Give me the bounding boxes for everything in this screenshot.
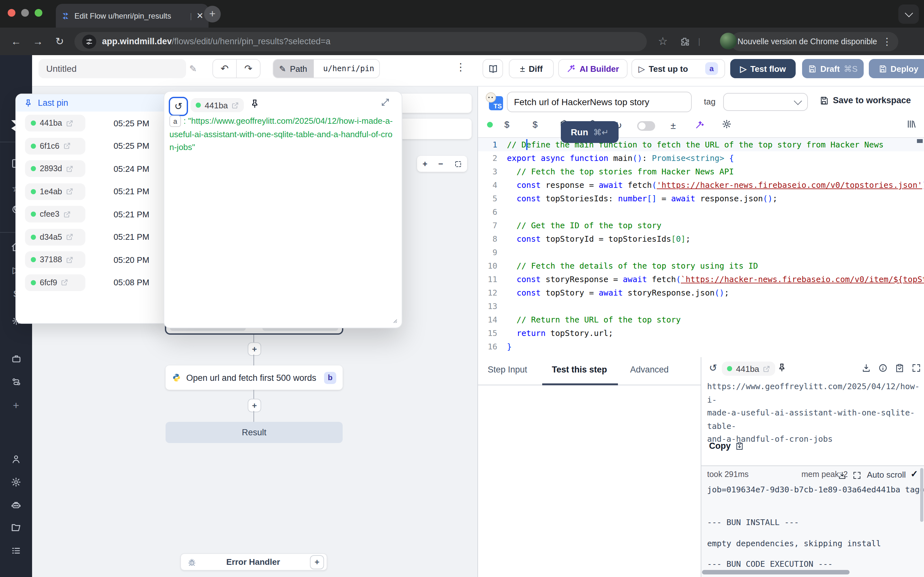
- forward-icon[interactable]: →: [27, 35, 49, 47]
- code-line[interactable]: 6: [478, 205, 924, 219]
- save-to-workspace-button[interactable]: Save to workspace: [819, 95, 911, 105]
- diff-mode-icon[interactable]: ±: [670, 120, 676, 131]
- job-id-pill[interactable]: d34a5: [25, 229, 86, 245]
- bookmark-star-icon[interactable]: ☆: [652, 35, 674, 48]
- code-line[interactable]: 17: [478, 353, 924, 357]
- tab-close-icon[interactable]: ✕: [196, 11, 204, 21]
- external-link-icon[interactable]: [63, 142, 70, 149]
- tag-dropdown[interactable]: [723, 93, 808, 111]
- docs-book-button[interactable]: [483, 59, 503, 78]
- new-tab-button[interactable]: +: [204, 6, 221, 23]
- pin-list-item[interactable]: d34a505:21 PM: [16, 229, 171, 245]
- expand-logs-icon[interactable]: [853, 471, 861, 480]
- code-line[interactable]: 10 // Fetch the details of the top story…: [478, 259, 924, 272]
- resources-icon[interactable]: $: [533, 119, 538, 129]
- sidebar-item-person-icon[interactable]: [0, 454, 32, 464]
- extensions-icon[interactable]: [674, 36, 696, 47]
- add-step-button[interactable]: +: [248, 399, 261, 412]
- chrome-update-button[interactable]: Nouvelle version de Chrome disponible ⋮: [731, 32, 898, 51]
- pin-list-item[interactable]: 6fcf905:08 PM: [16, 274, 171, 291]
- close-window-button[interactable]: [8, 9, 15, 17]
- pin-list-item[interactable]: 2893d05:24 PM: [16, 160, 171, 177]
- code-line[interactable]: 7 // Get the ID of the top story: [478, 219, 924, 232]
- pin-icon[interactable]: [777, 363, 787, 372]
- flow-node-partial[interactable]: [401, 93, 472, 113]
- sidebar-item-briefcase-icon[interactable]: [0, 354, 32, 364]
- code-line[interactable]: 14 // Return the URL of the top story: [478, 313, 924, 326]
- site-settings-icon[interactable]: [82, 34, 96, 48]
- external-link-icon[interactable]: [763, 365, 770, 372]
- last-pin-header[interactable]: Last pin: [16, 94, 171, 111]
- code-line[interactable]: 15 return topStory.url;: [478, 326, 924, 340]
- url-input[interactable]: app.windmill.dev/flows/edit/u/henri/pin_…: [74, 32, 647, 51]
- tab-step-input[interactable]: Step Input: [488, 365, 527, 374]
- download-logs-icon[interactable]: [838, 471, 846, 480]
- code-line[interactable]: 5 const topStoriesIds: number[] = await …: [478, 192, 924, 205]
- deploy-button[interactable]: Deploy: [869, 59, 924, 78]
- job-id-pill[interactable]: 441ba: [25, 115, 86, 131]
- draft-button[interactable]: Draft ⌘S: [802, 59, 864, 78]
- code-line[interactable]: 13: [478, 300, 924, 313]
- job-id-pill[interactable]: 1e4ab: [25, 183, 86, 200]
- toolbar-kebab-icon[interactable]: ⋮: [456, 61, 466, 73]
- step-title-input[interactable]: [507, 92, 692, 112]
- redo-button[interactable]: ↷: [236, 59, 260, 78]
- browser-tab[interactable]: Edit Flow u/henri/pin_results | ✕: [56, 4, 208, 27]
- sidebar-item-route-icon[interactable]: [0, 377, 32, 387]
- flow-node-partial[interactable]: [401, 119, 472, 139]
- code-line[interactable]: 4 const response = await fetch('https://…: [478, 178, 924, 192]
- test-up-to-button[interactable]: ▷ Test up to a: [632, 59, 725, 78]
- sidebar-item-gear-icon[interactable]: [0, 477, 32, 487]
- job-id-pill[interactable]: 6fcf9: [25, 274, 86, 291]
- sidebar-item-plus-icon[interactable]: +: [0, 400, 32, 412]
- undo-button[interactable]: ↶: [212, 59, 237, 78]
- history-icon[interactable]: ↺: [709, 362, 717, 374]
- code-line[interactable]: 16}: [478, 340, 924, 353]
- job-id-pill[interactable]: 37188: [25, 251, 86, 268]
- info-icon[interactable]: [879, 364, 887, 372]
- flow-node-error-handler[interactable]: Error Handler +: [180, 553, 327, 571]
- toggle-switch[interactable]: [637, 121, 655, 131]
- external-link-icon[interactable]: [66, 256, 73, 263]
- code-line[interactable]: 11 const storyResponse = await fetch(`ht…: [478, 272, 924, 286]
- tab-advanced[interactable]: Advanced: [630, 365, 669, 374]
- back-icon[interactable]: ←: [5, 35, 27, 47]
- expand-popup-icon[interactable]: [381, 98, 389, 106]
- test-flow-button[interactable]: ▷ Test flow: [730, 59, 796, 78]
- fit-view-icon[interactable]: [454, 160, 462, 168]
- add-error-handler-button[interactable]: +: [310, 555, 324, 569]
- external-link-icon[interactable]: [66, 165, 73, 172]
- code-line[interactable]: 3 // Fetch the top stories from Hacker N…: [478, 165, 924, 178]
- edit-name-pencil-icon[interactable]: ✎: [189, 63, 197, 74]
- auto-scroll-label[interactable]: Auto scroll: [867, 470, 906, 480]
- pin-list-item[interactable]: 6f1c605:25 PM: [16, 137, 171, 154]
- reload-icon[interactable]: ↻: [49, 35, 71, 47]
- external-link-icon[interactable]: [66, 119, 73, 127]
- sidebar-item-folder-icon[interactable]: [0, 522, 32, 533]
- job-id-pill[interactable]: 2893d: [25, 160, 86, 177]
- flow-node-python-step[interactable]: Open url and fetch first 500 words of ..…: [166, 366, 342, 390]
- tab-test-this-step[interactable]: Test this step: [552, 365, 607, 374]
- external-link-icon[interactable]: [232, 102, 239, 109]
- variables-icon[interactable]: $: [504, 119, 509, 129]
- pin-list-item[interactable]: cfee305:21 PM: [16, 206, 171, 222]
- minimize-window-button[interactable]: [21, 9, 29, 17]
- kebab-menu-icon[interactable]: ⋮: [882, 35, 892, 47]
- profile-avatar[interactable]: [720, 33, 737, 49]
- zoom-window-button[interactable]: [35, 9, 42, 17]
- sidebar-item-robot-icon[interactable]: [0, 500, 32, 510]
- code-line[interactable]: 12 const topStory = await storyResponse.…: [478, 286, 924, 300]
- copy-button[interactable]: Copy: [709, 441, 744, 451]
- pin-icon[interactable]: [250, 99, 260, 109]
- code-line[interactable]: 9: [478, 245, 924, 259]
- external-link-icon[interactable]: [66, 234, 73, 240]
- pin-list-item[interactable]: 441ba05:25 PM: [16, 115, 171, 131]
- run-button[interactable]: Run ⌘↵: [561, 121, 619, 143]
- flow-name-field[interactable]: Untitled: [39, 59, 186, 78]
- zoom-in-icon[interactable]: +: [423, 159, 427, 169]
- code-line[interactable]: 8 const topStoryId = topStoriesIds[0];: [478, 232, 924, 245]
- diff-button[interactable]: ± Diff: [509, 59, 554, 78]
- job-id-pill[interactable]: 441ba: [191, 98, 244, 112]
- add-step-button[interactable]: +: [248, 342, 261, 356]
- clipboard-icon[interactable]: [895, 364, 904, 372]
